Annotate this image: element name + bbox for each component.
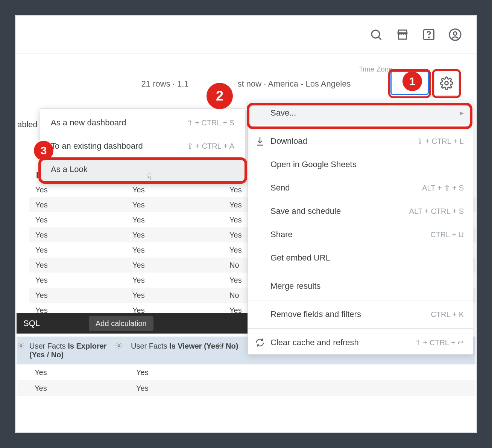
cell: Yes	[29, 186, 126, 194]
cell: Yes	[29, 216, 126, 224]
menu-item-remove-fields-label: Remove fields and filters	[270, 309, 361, 319]
menu-item-download-shortcut: ⇧ + CTRL + L	[417, 137, 464, 146]
svg-point-6	[445, 82, 448, 85]
account-icon[interactable]	[448, 27, 463, 42]
submenu-item-existing-dashboard-label: To an existing dashboard	[51, 141, 143, 151]
menu-item-clear-cache[interactable]: Clear cache and refresh ⇧ + CTRL + ↩	[248, 331, 473, 354]
submenu-item-existing-dashboard-shortcut: ⇧ + CTRL + A	[187, 142, 234, 151]
menu-item-save-label: Save...	[270, 108, 296, 118]
menu-separator	[248, 300, 473, 300]
menu-item-save-schedule-label: Save and schedule	[270, 206, 341, 216]
menu-item-save-schedule-shortcut: ALT + CTRL + S	[409, 207, 464, 216]
cell: Yes	[130, 368, 475, 377]
annotation-badge-3: 3	[34, 141, 53, 160]
menu-item-open-sheets[interactable]: Open in Google Sheets	[248, 153, 473, 176]
submenu-item-new-dashboard-shortcut: ⇧ + CTRL + S	[187, 118, 234, 127]
submenu-item-as-look-label: As a Look	[51, 165, 88, 174]
settings-gear-button[interactable]	[434, 71, 459, 96]
menu-item-send-label: Send	[270, 183, 290, 193]
menu-separator	[248, 272, 473, 272]
svg-point-8	[20, 345, 22, 347]
menu-separator	[248, 127, 473, 127]
top-bar	[16, 16, 476, 53]
cell: Yes	[126, 186, 223, 194]
menu-item-download-label: Download	[270, 136, 307, 146]
menu-item-merge[interactable]: Merge results	[248, 274, 473, 298]
svg-point-3	[428, 37, 429, 38]
menu-item-merge-label: Merge results	[270, 281, 320, 291]
svg-line-1	[379, 37, 381, 40]
cell: Yes	[126, 291, 223, 300]
menu-item-embed[interactable]: Get embed URL	[248, 246, 473, 270]
secondary-table-rows: YesYes YesYes	[17, 364, 475, 396]
menu-item-remove-fields-shortcut: CTRL + K	[431, 310, 464, 319]
table-row: YesYes	[17, 380, 475, 396]
menu-item-share[interactable]: Share CTRL + U	[248, 223, 473, 246]
status-text-suffix: st now · America - Los Angeles	[238, 79, 351, 89]
cell: Yes	[130, 384, 475, 393]
menu-item-remove-fields[interactable]: Remove fields and filters CTRL + K	[248, 303, 473, 326]
menu-item-clear-cache-label: Clear cache and refresh	[270, 338, 359, 347]
help-icon[interactable]	[421, 27, 436, 42]
cell: Yes	[126, 276, 223, 285]
submenu-item-new-dashboard[interactable]: As a new dashboard ⇧ + CTRL + S	[40, 111, 245, 134]
menu-item-send-shortcut: ALT + ⇧ + S	[422, 183, 464, 192]
settings-menu: Save... ▶ Download ⇧ + CTRL + L Open in …	[248, 101, 473, 355]
gear-icon[interactable]	[115, 342, 123, 351]
cell: Yes	[126, 261, 223, 270]
svg-point-10	[220, 345, 222, 347]
annotation-badge-1: 1	[402, 72, 422, 91]
sql-tab[interactable]: SQL	[23, 318, 40, 328]
marketplace-icon[interactable]	[395, 27, 410, 42]
app-frame: Time Zone ⌄ 21 rows · 1.1 st now · Ameri…	[15, 15, 477, 433]
menu-item-open-sheets-label: Open in Google Sheets	[270, 160, 357, 169]
cell: Yes	[29, 368, 130, 377]
refresh-icon	[255, 337, 265, 348]
cursor-icon: ☟	[147, 172, 152, 182]
status-text-prefix: 21 rows · 1.1	[141, 79, 189, 89]
add-calculation-button[interactable]: Add calculation	[89, 316, 153, 331]
column-header-bold: Is Viewer (Yes / No)	[169, 342, 238, 350]
svg-point-0	[372, 30, 380, 38]
menu-item-embed-label: Get embed URL	[270, 253, 330, 263]
menu-item-clear-cache-shortcut: ⇧ + CTRL + ↩	[415, 338, 464, 347]
cell: Yes	[29, 261, 126, 270]
cell: Yes	[29, 231, 126, 239]
table-row: YesYes	[17, 364, 475, 380]
gear-icon	[17, 343, 25, 351]
submenu-item-existing-dashboard[interactable]: To an existing dashboard ⇧ + CTRL + A	[40, 134, 245, 158]
menu-item-download[interactable]: Download ⇧ + CTRL + L	[248, 130, 473, 153]
menu-item-share-label: Share	[270, 230, 293, 239]
annotation-badge-2: 2	[207, 83, 233, 109]
menu-item-save-schedule[interactable]: Save and schedule ALT + CTRL + S	[248, 200, 473, 223]
submenu-item-as-look[interactable]: As a Look	[40, 158, 245, 181]
menu-item-share-shortcut: CTRL + U	[430, 230, 464, 239]
download-icon	[255, 136, 265, 146]
chevron-right-icon: ▶	[460, 110, 464, 116]
column-header-prefix: User Facts	[131, 342, 169, 350]
menu-item-send[interactable]: Send ALT + ⇧ + S	[248, 176, 473, 200]
menu-item-save[interactable]: Save... ▶	[248, 101, 473, 125]
column-header-is-explorer[interactable]: User Facts Is Explorer (Yes / No)	[25, 337, 126, 364]
column-header-prefix: User Facts	[29, 342, 68, 350]
cell: Yes	[126, 246, 223, 254]
column-settings[interactable]	[17, 337, 25, 364]
cell: Yes	[29, 276, 126, 285]
menu-separator	[248, 328, 473, 329]
svg-point-5	[454, 32, 457, 35]
cell: Yes	[29, 246, 126, 254]
svg-point-9	[118, 345, 120, 347]
cell: Yes	[29, 201, 126, 209]
cell: Yes	[29, 291, 126, 300]
cell: Yes	[126, 201, 223, 209]
cell: Yes	[126, 216, 223, 224]
cell: Yes	[126, 231, 223, 239]
search-icon[interactable]	[369, 27, 384, 42]
cell: Yes	[29, 384, 130, 393]
submenu-item-new-dashboard-label: As a new dashboard	[51, 118, 126, 128]
time-zone-label-text: Time Zone	[359, 65, 393, 73]
gear-icon[interactable]	[217, 342, 224, 351]
save-submenu: As a new dashboard ⇧ + CTRL + S To an ex…	[40, 108, 245, 184]
